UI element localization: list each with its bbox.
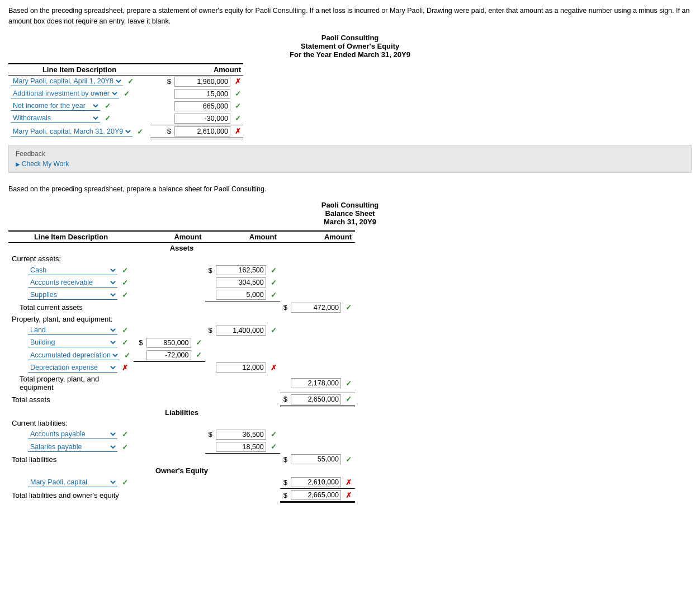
cash-select[interactable]: Cash — [28, 266, 117, 275]
total-current-assets-input[interactable] — [291, 303, 341, 313]
equity-row-3-input[interactable] — [174, 101, 230, 111]
ar-check: ✓ — [122, 279, 128, 287]
ap-input[interactable] — [216, 430, 266, 440]
equity-row-1-input[interactable] — [174, 77, 230, 87]
mp-capital-row: Mary Paoli, capital ✓ $ ✗ — [8, 476, 355, 489]
depr-expense-input[interactable] — [216, 362, 266, 373]
accum-depr-select[interactable]: Accumulated depreciation — [28, 351, 120, 360]
equity-col-desc: Line Item Description — [8, 64, 150, 76]
mp-capital-input[interactable] — [291, 477, 341, 487]
building-input[interactable] — [146, 338, 191, 348]
equity-row-3: Net income for the year ✓ ✓ — [8, 100, 243, 112]
cash-row: Cash ✓ $ ✓ — [8, 264, 355, 276]
ppe-label: Property, plant, and equipment: — [8, 314, 355, 324]
equity-row-1: Mary Paoli, capital, April 1, 20Y8 ✓ $ ✗ — [8, 75, 243, 88]
mp-capital-check: ✓ — [122, 478, 128, 487]
equity-row-2-check: ✓ — [124, 89, 130, 98]
sp-row: Salaries payable ✓ ✓ — [8, 441, 355, 454]
equity-row-4-input[interactable] — [174, 114, 230, 124]
ar-input[interactable] — [216, 277, 266, 287]
total-ppe-row: Total property, plant, and equipment ✓ — [8, 374, 355, 393]
mp-capital-select[interactable]: Mary Paoli, capital — [28, 478, 117, 487]
equity-row-5: Mary Paoli, capital, March 31, 20Y9 ✓ $ … — [8, 125, 243, 138]
total-liabilities-label: Total liabilities — [8, 453, 134, 465]
equity-row-5-input[interactable] — [174, 126, 230, 136]
supplies-select[interactable]: Supplies — [28, 290, 117, 300]
ar-row: Accounts receivable ✓ ✓ — [8, 276, 355, 289]
depr-expense-select[interactable]: Depreciation expense — [28, 363, 117, 373]
equity-col-amount: Amount — [150, 64, 243, 76]
balance-col-amt2: Amount — [205, 231, 280, 243]
total-ppe-label: Total property, plant, and equipment — [8, 374, 134, 393]
total-current-assets-row: Total current assets $ ✓ — [8, 301, 355, 314]
total-assets-row: Total assets $ ✓ — [8, 393, 355, 406]
total-ppe-status: ✓ — [346, 379, 352, 388]
ppe-label-row: Property, plant, and equipment: — [8, 314, 355, 324]
building-select[interactable]: Building — [28, 338, 117, 347]
total-liabilities-status: ✓ — [346, 455, 352, 464]
equity-row-3-select[interactable]: Net income for the year — [11, 101, 100, 111]
depr-expense-row: Depreciation expense ✗ ✗ — [8, 361, 355, 374]
land-row: Land ✓ $ ✓ — [8, 324, 355, 337]
sp-check: ✓ — [122, 443, 128, 451]
ap-check: ✓ — [122, 430, 128, 439]
depr-expense-status: ✗ — [271, 364, 277, 372]
sp-input[interactable] — [216, 442, 266, 452]
total-liabilities-input[interactable] — [291, 454, 341, 464]
equity-company: Paoli Consulting — [8, 34, 692, 42]
sp-status: ✓ — [271, 442, 277, 451]
equity-header: Paoli Consulting Statement of Owner's Eq… — [8, 34, 692, 59]
cash-input[interactable] — [216, 265, 266, 275]
land-input[interactable] — [216, 326, 266, 336]
supplies-status: ✓ — [271, 291, 277, 299]
owners-equity-section-row: Owner's Equity — [8, 465, 355, 476]
total-liab-equity-label: Total liabilities and owner's equity — [8, 489, 134, 502]
equity-row-5-status: ✗ — [235, 127, 241, 135]
depr-expense-check: ✗ — [122, 364, 128, 372]
ar-select[interactable]: Accounts receivable — [28, 278, 117, 287]
building-status: ✓ — [196, 338, 202, 347]
check-my-work-link[interactable]: Check My Work — [16, 160, 684, 168]
supplies-row: Supplies ✓ ✓ — [8, 289, 355, 301]
cash-check: ✓ — [122, 266, 128, 275]
land-check: ✓ — [122, 326, 128, 334]
equity-period: For the Year Ended March 31, 20Y9 — [8, 50, 692, 59]
assets-label: Assets — [8, 243, 355, 254]
total-assets-input[interactable] — [291, 394, 341, 404]
mp-capital-status: ✗ — [346, 478, 352, 487]
equity-row-5-select[interactable]: Mary Paoli, capital, March 31, 20Y9 — [11, 127, 133, 136]
equity-row-1-check: ✓ — [127, 77, 134, 86]
building-row: Building ✓ $ ✓ — [8, 337, 355, 349]
equity-row-5-dollar: $ — [167, 127, 171, 135]
owners-equity-label: Owner's Equity — [8, 465, 355, 476]
sp-select[interactable]: Salaries payable — [28, 442, 117, 452]
total-current-assets-label: Total current assets — [8, 301, 134, 314]
liabilities-label: Liabilities — [8, 406, 355, 418]
equity-row-5-check: ✓ — [137, 128, 143, 136]
equity-row-4-status: ✓ — [235, 114, 241, 122]
equity-row-4-select[interactable]: Withdrawals — [11, 114, 100, 123]
equity-row-2-select[interactable]: Additional investment by owner — [11, 89, 119, 98]
balance-col-desc: Line Item Description — [8, 231, 134, 243]
balance-title: Balance Sheet — [8, 209, 692, 218]
balance-col-amt1: Amount — [134, 231, 205, 243]
equity-row-1-select[interactable]: Mary Paoli, capital, April 1, 20Y8 — [11, 77, 123, 86]
current-assets-label-row: Current assets: — [8, 253, 355, 264]
equity-title: Statement of Owner's Equity — [8, 42, 692, 50]
land-select[interactable]: Land — [28, 326, 117, 335]
balance-period: March 31, 20Y9 — [8, 218, 692, 226]
ap-select[interactable]: Accounts payable — [28, 430, 117, 439]
balance-header: Paoli Consulting Balance Sheet March 31,… — [8, 201, 692, 226]
equity-row-2-input[interactable] — [174, 89, 230, 99]
liabilities-section-row: Liabilities — [8, 406, 355, 418]
total-liab-equity-input[interactable] — [291, 490, 341, 500]
current-liabilities-label-row: Current liabilities: — [8, 418, 355, 428]
current-liabilities-label: Current liabilities: — [8, 418, 355, 428]
accum-depr-input[interactable] — [146, 350, 191, 360]
supplies-input[interactable] — [216, 290, 266, 300]
supplies-check: ✓ — [122, 291, 128, 299]
ar-status: ✓ — [271, 279, 277, 287]
equity-row-1-dollar: $ — [167, 77, 171, 86]
total-ppe-input[interactable] — [291, 378, 341, 388]
total-assets-label: Total assets — [8, 393, 134, 406]
